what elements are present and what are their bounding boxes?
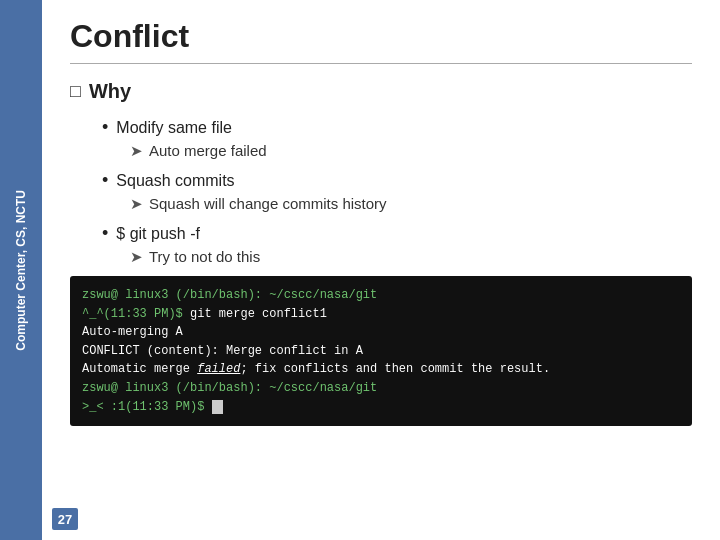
- bullet-dot-2: •: [102, 170, 108, 191]
- arrow-icon-2: ➤: [130, 195, 143, 213]
- term-prompt-3: zswu@ linux3 (/bin/bash): ~/cscc/nasa/gi…: [82, 381, 377, 395]
- term-prompt-2: ^_^(11:33 PM)$: [82, 307, 190, 321]
- bullet-dot-3: •: [102, 223, 108, 244]
- page-title: Conflict: [70, 18, 692, 55]
- sub-bullet-3-1: ➤ Try to not do this: [130, 248, 692, 266]
- term-line-5: Automatic merge failed; fix conflicts an…: [82, 360, 680, 379]
- title-divider: [70, 63, 692, 64]
- sidebar: Computer Center, CS, NCTU: [0, 0, 42, 540]
- bullet-dot-1: •: [102, 117, 108, 138]
- term-auto: Auto-merging A: [82, 325, 183, 339]
- arrow-icon-3: ➤: [130, 248, 143, 266]
- sub-text-1-1: Auto merge failed: [149, 142, 267, 159]
- bullet-main-2: • Squash commits: [102, 170, 692, 191]
- term-conflict: CONFLICT (content): Merge conflict in A: [82, 344, 363, 358]
- bullet-section-1: • Modify same file ➤ Auto merge failed: [102, 117, 692, 160]
- bullet-text-1: Modify same file: [116, 119, 232, 137]
- bullet-text-3: $ git push -f: [116, 225, 200, 243]
- term-line-2: ^_^(11:33 PM)$ git merge conflict1: [82, 305, 680, 324]
- term-failed-after: ; fix conflicts and then commit the resu…: [240, 362, 550, 376]
- bullet-section-3: • $ git push -f ➤ Try to not do this: [102, 223, 692, 266]
- term-line-7: >_< :1(11:33 PM)$: [82, 398, 680, 417]
- checkbox-icon: □: [70, 81, 81, 102]
- why-label: Why: [89, 80, 131, 103]
- bullet-section-2: • Squash commits ➤ Squash will change co…: [102, 170, 692, 213]
- term-cursor-prompt: >_< :1(11:33 PM)$: [82, 400, 212, 414]
- term-cmd-2: git merge conflict1: [190, 307, 327, 321]
- terminal-block: zswu@ linux3 (/bin/bash): ~/cscc/nasa/gi…: [70, 276, 692, 426]
- sub-bullet-2-1: ➤ Squash will change commits history: [130, 195, 692, 213]
- content-area: □ Why • Modify same file ➤ Auto merge fa…: [70, 80, 692, 530]
- term-prompt-1: zswu@ linux3 (/bin/bash): ~/cscc/nasa/gi…: [82, 288, 377, 302]
- bullet-main-3: • $ git push -f: [102, 223, 692, 244]
- why-row: □ Why: [70, 80, 692, 103]
- bullet-main-1: • Modify same file: [102, 117, 692, 138]
- sub-text-3-1: Try to not do this: [149, 248, 260, 265]
- term-failed-word: failed: [197, 362, 240, 376]
- page-number: 27: [52, 508, 78, 530]
- sub-bullet-1-1: ➤ Auto merge failed: [130, 142, 692, 160]
- term-line-4: CONFLICT (content): Merge conflict in A: [82, 342, 680, 361]
- main-content: Conflict □ Why • Modify same file ➤ Auto…: [42, 0, 720, 540]
- sidebar-label: Computer Center, CS, NCTU: [13, 190, 30, 351]
- arrow-icon-1: ➤: [130, 142, 143, 160]
- term-cursor: [212, 400, 223, 414]
- term-line-6: zswu@ linux3 (/bin/bash): ~/cscc/nasa/gi…: [82, 379, 680, 398]
- sub-text-2-1: Squash will change commits history: [149, 195, 387, 212]
- term-line-1: zswu@ linux3 (/bin/bash): ~/cscc/nasa/gi…: [82, 286, 680, 305]
- term-line-3: Auto-merging A: [82, 323, 680, 342]
- term-failed-before: Automatic merge: [82, 362, 197, 376]
- bullet-text-2: Squash commits: [116, 172, 234, 190]
